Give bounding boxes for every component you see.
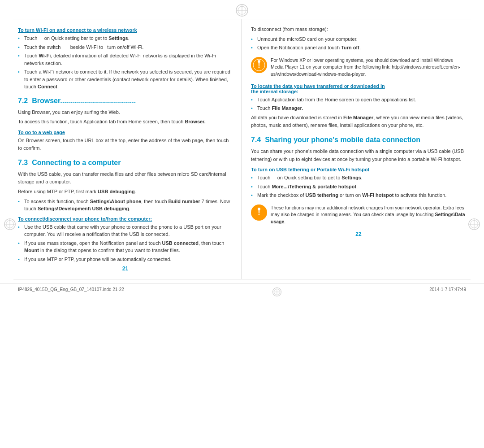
disconnect-bullet-1-text: Use the USB cable that came with your ph…: [24, 223, 233, 238]
tether-bullet-3: • Mark the checkbox of USB tethering or …: [251, 191, 466, 199]
main-content: To turn Wi-Fi on and connect to a wirele…: [0, 19, 484, 279]
section-73-number: 7.3: [18, 159, 28, 166]
disconnect-bullet-3-text: If you use MTP or PTP, your phone will b…: [24, 256, 233, 263]
section-74-number: 7.4: [251, 136, 261, 144]
tether-bullet-1-text: Touch on Quick setting bar to get to Set…: [257, 174, 466, 182]
bullet-dot: •: [251, 35, 255, 43]
wifi-bullet-4-text: Touch a Wi-Fi network to connect to it. …: [24, 68, 233, 91]
left-compass-icon: [4, 218, 16, 231]
top-compass-icon: [235, 4, 249, 17]
bullet-dot: •: [251, 174, 255, 182]
bullet-dot: •: [18, 68, 22, 91]
locate-bullet-1-text: Touch Application tab from the Home scre…: [257, 96, 466, 104]
tether-bullet-2: • Touch More...\Tethering & portable hot…: [251, 183, 466, 191]
bullet-dot: •: [251, 44, 255, 52]
wifi-bullet-3-text: Touch Wi-Fi, detailed information of all…: [24, 52, 233, 67]
tether-bullet-3-text: Mark the checkbox of USB tethering or tu…: [257, 191, 466, 199]
bullet-dot: •: [18, 223, 22, 238]
svg-point-15: [258, 60, 260, 63]
info-box-1: ! For Windows XP or lower operating syst…: [251, 55, 466, 80]
left-column: To turn Wi-Fi on and connect to a wirele…: [13, 19, 242, 279]
footer: IP4826_4015D_QG_Eng_GB_07_140107.indd 21…: [0, 283, 484, 301]
wifi-bullet-2-text: Touch the switch beside Wi-Fi to turn on…: [24, 43, 233, 51]
bullet-dot: •: [18, 239, 22, 254]
disconnect-right-bullet-1: • Unmount the microSD card on your compu…: [251, 35, 466, 43]
section-73-heading: 7.3 Connecting to a computer: [18, 159, 233, 167]
section-73-title: Connecting to a computer: [32, 159, 121, 166]
locate-bullet-2: • Touch File Manager.: [251, 104, 466, 112]
wifi-bullet-4: • Touch a Wi-Fi network to connect to it…: [18, 68, 233, 91]
info-box-2-text: These functions may incur additional net…: [271, 204, 466, 226]
tether-bullet-2-text: Touch More...\Tethering & portable hotsp…: [257, 183, 466, 191]
bullet-dot: •: [251, 183, 255, 191]
right-column: To disconnect (from mass storage): • Unm…: [242, 19, 471, 279]
footer-right: 2014-1-7 17:47:49: [429, 287, 466, 298]
svg-point-18: [258, 208, 260, 210]
access-bullet: • To access this function, touch Setting…: [18, 198, 233, 213]
section-72-intro2: To access this function, touch Applicati…: [18, 118, 233, 126]
footer-left: IP4826_4015D_QG_Eng_GB_07_140107.indd 21…: [18, 287, 124, 298]
bullet-dot: •: [251, 104, 255, 112]
disconnect-bullet-2: • If you use mass storage, open the Noti…: [18, 239, 233, 254]
disconnect-right-bullet-2-text: Open the Notification panel and touch Tu…: [257, 44, 466, 52]
section-72-title: Browser.................................…: [32, 97, 136, 104]
wifi-bullet-1-text: Touch on Quick setting bar to get to Set…: [24, 35, 233, 42]
bullet-dot: •: [251, 191, 255, 199]
disconnect-heading: To connect/disconnect your phone to/from…: [18, 216, 233, 222]
top-compass-area: [0, 0, 484, 19]
bullet-dot: •: [251, 96, 255, 104]
disconnect-right-text: To disconnect (from mass storage):: [251, 26, 466, 34]
section-73-intro: With the USB cable, you can transfer med…: [18, 170, 233, 186]
bullet-dot: •: [18, 43, 22, 51]
bullet-dot: •: [18, 198, 22, 213]
wifi-bullet-2: • Touch the switch beside Wi-Fi to turn …: [18, 43, 233, 51]
section-72-number: 7.2: [18, 97, 28, 104]
web-page-heading: To go to a web page: [18, 130, 233, 135]
section-74-intro: You can share your phone's mobile data c…: [251, 148, 466, 163]
wifi-bullet-3: • Touch Wi-Fi, detailed information of a…: [18, 52, 233, 67]
disconnect-right-bullet-1-text: Unmount the microSD card on your compute…: [257, 35, 466, 43]
disconnect-bullet-2-text: If you use mass storage, open the Notifi…: [24, 239, 233, 254]
page-number-left: 21: [18, 265, 233, 272]
info-icon-2: !: [251, 204, 267, 221]
footer-center-compass: [272, 287, 282, 298]
info-box-2: ! These functions may incur additional n…: [251, 203, 466, 227]
locate-bullet-1: • Touch Application tab from the Home sc…: [251, 96, 466, 104]
info-box-1-text: For Windows XP or lower operating system…: [271, 57, 466, 78]
section-74-heading: 7.4 Sharing your phone's mobile data con…: [251, 136, 466, 144]
bullet-dot: •: [18, 52, 22, 67]
locate-bullet-2-text: Touch File Manager.: [257, 104, 466, 112]
disconnect-right-bullet-2: • Open the Notification panel and touch …: [251, 44, 466, 52]
file-manager-text: All data you have downloaded is stored i…: [251, 114, 466, 130]
locate-heading: To locate the data you have transferred …: [251, 83, 466, 94]
section-74-title: Sharing your phone's mobile data connect…: [265, 136, 420, 144]
bullet-dot: •: [18, 256, 22, 263]
tether-bullet-1: • Touch on Quick setting bar to get to S…: [251, 174, 466, 182]
info-icon-1: !: [251, 57, 267, 73]
disconnect-bullet-1: • Use the USB cable that came with your …: [18, 223, 233, 238]
web-page-text: On Browser screen, touch the URL box at …: [18, 137, 233, 152]
tether-heading: To turn on USB tethering or Portable Wi-…: [251, 167, 466, 172]
bullet-dot: •: [18, 35, 22, 42]
wifi-bullet-1: • Touch on Quick setting bar to get to S…: [18, 35, 233, 42]
right-compass-icon: [468, 218, 480, 231]
page-number-right: 22: [251, 231, 466, 237]
section-72-heading: 7.2 Browser.............................…: [18, 97, 233, 105]
wifi-heading: To turn Wi-Fi on and connect to a wirele…: [18, 27, 233, 33]
section-73-debug: Before using MTP or PTP, first mark USB …: [18, 188, 233, 196]
access-bullet-text: To access this function, touch Settings\…: [24, 198, 233, 213]
bottom-border-line: [13, 279, 471, 279]
section-72-intro1: Using Browser, you can enjoy surfing the…: [18, 109, 233, 117]
disconnect-bullet-3: • If you use MTP or PTP, your phone will…: [18, 256, 233, 263]
page-wrapper: To turn Wi-Fi on and connect to a wirele…: [0, 0, 484, 448]
